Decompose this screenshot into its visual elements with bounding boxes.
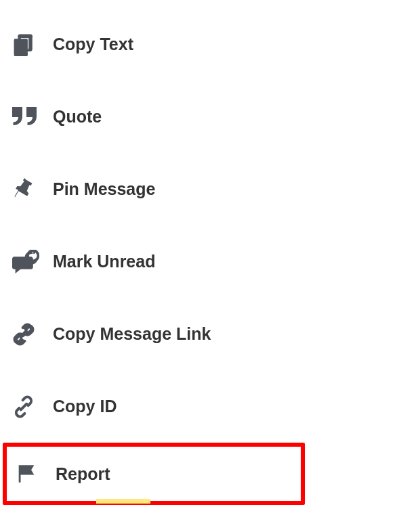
svg-rect-3 (14, 39, 28, 56)
menu-item-label: Copy ID (53, 397, 117, 416)
flag-icon (15, 462, 56, 486)
menu-item-pin-message[interactable]: Pin Message (0, 153, 420, 225)
link-icon (12, 323, 53, 346)
menu-item-label: Pin Message (53, 179, 155, 199)
menu-item-label: Copy Message Link (53, 324, 211, 344)
quote-icon (12, 107, 53, 127)
menu-item-copy-id[interactable]: Copy ID (0, 370, 420, 443)
menu-item-report[interactable]: Report (3, 443, 305, 505)
menu-item-copy-text[interactable]: Copy Text (0, 8, 420, 81)
pin-icon (12, 177, 53, 202)
menu-item-label: Report (56, 464, 110, 484)
menu-item-mark-unread[interactable]: Mark Unread (0, 225, 420, 298)
menu-item-copy-message-link[interactable]: Copy Message Link (0, 298, 420, 370)
link-icon (12, 395, 53, 418)
menu-item-quote[interactable]: Quote (0, 81, 420, 153)
highlight-underline (96, 499, 150, 504)
menu-item-label: Quote (53, 107, 102, 127)
svg-rect-2 (28, 35, 31, 51)
menu-item-label: Copy Text (53, 35, 133, 54)
context-menu: Copy Text Quote Pin Message Mark (0, 8, 420, 505)
mark-unread-icon (12, 250, 53, 274)
menu-item-label: Mark Unread (53, 252, 155, 271)
copy-text-icon (12, 32, 53, 58)
